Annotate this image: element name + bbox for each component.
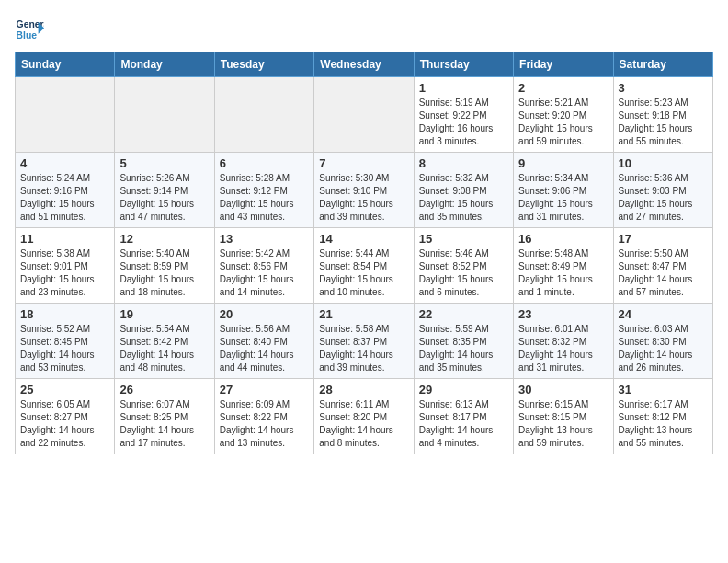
calendar-cell: 17Sunrise: 5:50 AM Sunset: 8:47 PM Dayli… — [613, 228, 712, 304]
weekday-header-thursday: Thursday — [414, 52, 513, 77]
day-info: Sunrise: 5:44 AM Sunset: 8:54 PM Dayligh… — [319, 247, 408, 299]
calendar-cell: 1Sunrise: 5:19 AM Sunset: 9:22 PM Daylig… — [414, 77, 513, 153]
weekday-header-row: SundayMondayTuesdayWednesdayThursdayFrid… — [16, 52, 713, 77]
calendar-cell: 16Sunrise: 5:48 AM Sunset: 8:49 PM Dayli… — [514, 228, 613, 304]
day-number: 3 — [619, 81, 708, 95]
day-number: 20 — [220, 307, 309, 321]
day-info: Sunrise: 5:28 AM Sunset: 9:12 PM Dayligh… — [220, 172, 309, 224]
day-info: Sunrise: 5:36 AM Sunset: 9:03 PM Dayligh… — [619, 172, 708, 224]
day-info: Sunrise: 6:17 AM Sunset: 8:12 PM Dayligh… — [619, 398, 708, 450]
calendar-week-1: 1Sunrise: 5:19 AM Sunset: 9:22 PM Daylig… — [16, 77, 713, 153]
calendar-cell: 23Sunrise: 6:01 AM Sunset: 8:32 PM Dayli… — [514, 304, 613, 379]
day-info: Sunrise: 6:15 AM Sunset: 8:15 PM Dayligh… — [518, 398, 608, 450]
calendar-cell: 15Sunrise: 5:46 AM Sunset: 8:52 PM Dayli… — [414, 228, 513, 304]
calendar-cell: 4Sunrise: 5:24 AM Sunset: 9:16 PM Daylig… — [16, 153, 115, 228]
day-info: Sunrise: 6:11 AM Sunset: 8:20 PM Dayligh… — [319, 398, 408, 450]
day-number: 8 — [419, 156, 508, 170]
day-number: 18 — [20, 307, 109, 321]
day-number: 19 — [119, 307, 209, 321]
day-number: 22 — [419, 307, 508, 321]
day-number: 15 — [419, 232, 508, 246]
day-info: Sunrise: 6:07 AM Sunset: 8:25 PM Dayligh… — [119, 398, 209, 450]
day-info: Sunrise: 5:21 AM Sunset: 9:20 PM Dayligh… — [518, 97, 608, 148]
calendar-cell: 5Sunrise: 5:26 AM Sunset: 9:14 PM Daylig… — [115, 153, 214, 228]
weekday-header-friday: Friday — [514, 52, 613, 77]
weekday-header-monday: Monday — [115, 52, 214, 77]
day-number: 1 — [419, 81, 508, 95]
calendar-cell: 2Sunrise: 5:21 AM Sunset: 9:20 PM Daylig… — [514, 77, 613, 153]
day-number: 4 — [20, 156, 109, 170]
day-number: 11 — [20, 232, 109, 246]
calendar-cell: 11Sunrise: 5:38 AM Sunset: 9:01 PM Dayli… — [16, 228, 115, 304]
day-number: 28 — [319, 383, 408, 396]
calendar-cell: 22Sunrise: 5:59 AM Sunset: 8:35 PM Dayli… — [414, 304, 513, 379]
calendar-cell: 30Sunrise: 6:15 AM Sunset: 8:15 PM Dayli… — [514, 379, 613, 454]
day-number: 30 — [518, 383, 608, 396]
day-number: 5 — [119, 156, 209, 170]
day-info: Sunrise: 6:03 AM Sunset: 8:30 PM Dayligh… — [619, 323, 708, 374]
calendar-cell: 28Sunrise: 6:11 AM Sunset: 8:20 PM Dayli… — [314, 379, 414, 454]
day-number: 9 — [518, 156, 608, 170]
day-info: Sunrise: 5:46 AM Sunset: 8:52 PM Dayligh… — [419, 247, 508, 299]
logo: General Blue — [15, 15, 44, 44]
day-number: 14 — [319, 232, 408, 246]
svg-text:Blue: Blue — [17, 30, 38, 40]
day-number: 27 — [220, 383, 309, 396]
day-number: 26 — [119, 383, 209, 396]
day-number: 13 — [220, 232, 309, 246]
day-info: Sunrise: 5:34 AM Sunset: 9:06 PM Dayligh… — [518, 172, 608, 224]
page-header: General Blue — [15, 15, 713, 44]
calendar-cell — [16, 77, 115, 153]
calendar-cell: 10Sunrise: 5:36 AM Sunset: 9:03 PM Dayli… — [613, 153, 712, 228]
calendar-cell: 18Sunrise: 5:52 AM Sunset: 8:45 PM Dayli… — [16, 304, 115, 379]
calendar-cell: 7Sunrise: 5:30 AM Sunset: 9:10 PM Daylig… — [314, 153, 414, 228]
calendar-cell: 20Sunrise: 5:56 AM Sunset: 8:40 PM Dayli… — [214, 304, 313, 379]
day-info: Sunrise: 5:59 AM Sunset: 8:35 PM Dayligh… — [419, 323, 508, 374]
day-number: 21 — [319, 307, 408, 321]
calendar-week-3: 11Sunrise: 5:38 AM Sunset: 9:01 PM Dayli… — [16, 228, 713, 304]
logo-icon: General Blue — [15, 15, 44, 44]
day-number: 31 — [619, 383, 708, 396]
day-info: Sunrise: 5:38 AM Sunset: 9:01 PM Dayligh… — [20, 247, 109, 299]
day-info: Sunrise: 5:19 AM Sunset: 9:22 PM Dayligh… — [419, 97, 508, 148]
day-number: 25 — [20, 383, 109, 396]
day-info: Sunrise: 5:42 AM Sunset: 8:56 PM Dayligh… — [220, 247, 309, 299]
day-number: 17 — [619, 232, 708, 246]
calendar-week-5: 25Sunrise: 6:05 AM Sunset: 8:27 PM Dayli… — [16, 379, 713, 454]
day-info: Sunrise: 6:05 AM Sunset: 8:27 PM Dayligh… — [20, 398, 109, 450]
day-number: 10 — [619, 156, 708, 170]
calendar-cell: 9Sunrise: 5:34 AM Sunset: 9:06 PM Daylig… — [514, 153, 613, 228]
calendar-table: SundayMondayTuesdayWednesdayThursdayFrid… — [15, 52, 713, 454]
day-number: 24 — [619, 307, 708, 321]
day-info: Sunrise: 5:52 AM Sunset: 8:45 PM Dayligh… — [20, 323, 109, 374]
day-info: Sunrise: 6:09 AM Sunset: 8:22 PM Dayligh… — [220, 398, 309, 450]
calendar-cell: 25Sunrise: 6:05 AM Sunset: 8:27 PM Dayli… — [16, 379, 115, 454]
day-info: Sunrise: 5:24 AM Sunset: 9:16 PM Dayligh… — [20, 172, 109, 224]
day-number: 29 — [419, 383, 508, 396]
weekday-header-tuesday: Tuesday — [214, 52, 313, 77]
calendar-cell — [314, 77, 414, 153]
calendar-week-2: 4Sunrise: 5:24 AM Sunset: 9:16 PM Daylig… — [16, 153, 713, 228]
day-info: Sunrise: 5:54 AM Sunset: 8:42 PM Dayligh… — [119, 323, 209, 374]
day-number: 7 — [319, 156, 408, 170]
weekday-header-saturday: Saturday — [613, 52, 712, 77]
day-info: Sunrise: 5:23 AM Sunset: 9:18 PM Dayligh… — [619, 97, 708, 148]
weekday-header-sunday: Sunday — [16, 52, 115, 77]
calendar-cell: 3Sunrise: 5:23 AM Sunset: 9:18 PM Daylig… — [613, 77, 712, 153]
day-info: Sunrise: 5:56 AM Sunset: 8:40 PM Dayligh… — [220, 323, 309, 374]
day-number: 6 — [220, 156, 309, 170]
calendar-cell: 29Sunrise: 6:13 AM Sunset: 8:17 PM Dayli… — [414, 379, 513, 454]
calendar-cell — [115, 77, 214, 153]
day-info: Sunrise: 5:50 AM Sunset: 8:47 PM Dayligh… — [619, 247, 708, 299]
calendar-cell: 24Sunrise: 6:03 AM Sunset: 8:30 PM Dayli… — [613, 304, 712, 379]
calendar-cell: 31Sunrise: 6:17 AM Sunset: 8:12 PM Dayli… — [613, 379, 712, 454]
calendar-week-4: 18Sunrise: 5:52 AM Sunset: 8:45 PM Dayli… — [16, 304, 713, 379]
calendar-cell: 26Sunrise: 6:07 AM Sunset: 8:25 PM Dayli… — [115, 379, 214, 454]
day-info: Sunrise: 5:26 AM Sunset: 9:14 PM Dayligh… — [119, 172, 209, 224]
calendar-cell: 6Sunrise: 5:28 AM Sunset: 9:12 PM Daylig… — [214, 153, 313, 228]
calendar-cell: 27Sunrise: 6:09 AM Sunset: 8:22 PM Dayli… — [214, 379, 313, 454]
weekday-header-wednesday: Wednesday — [314, 52, 414, 77]
day-info: Sunrise: 6:13 AM Sunset: 8:17 PM Dayligh… — [419, 398, 508, 450]
day-number: 23 — [518, 307, 608, 321]
day-info: Sunrise: 5:58 AM Sunset: 8:37 PM Dayligh… — [319, 323, 408, 374]
